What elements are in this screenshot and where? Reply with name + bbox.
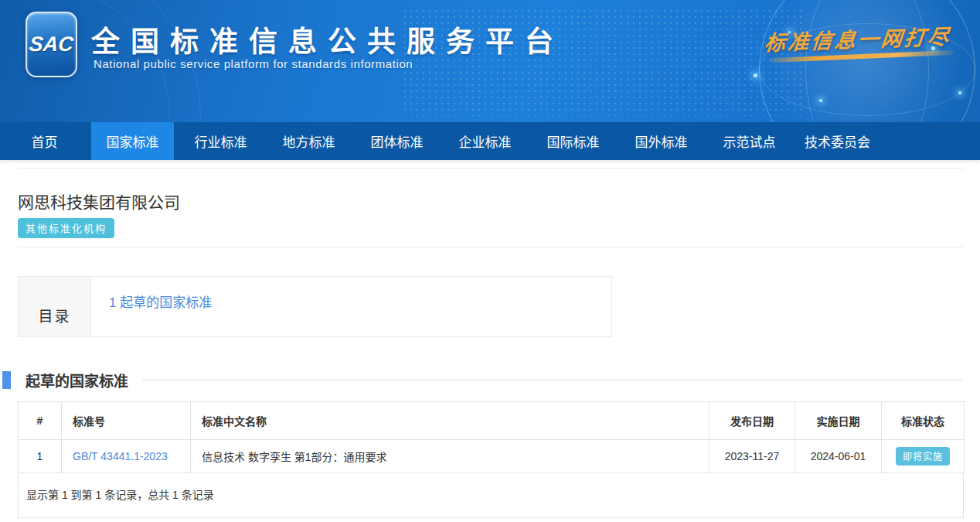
catalog-panel: 目录 1 起草的国家标准 (18, 276, 612, 337)
sac-logo[interactable]: SAC (26, 12, 77, 77)
catalog-link-drafted-standards[interactable]: 1 起草的国家标准 (109, 295, 212, 310)
organization-name: 网思科技集团有限公司 (18, 189, 964, 213)
nav-item-technical-committees[interactable]: 技术委员会 (796, 122, 879, 160)
site-header: SAC 全国标准信息公共服务平台 National public service… (0, 0, 980, 122)
nav-item-national-standards[interactable]: 国家标准 (91, 122, 174, 160)
sac-logo-text: SAC (28, 32, 74, 56)
nav-item-international-standards[interactable]: 国际标准 (532, 122, 614, 160)
glow-dot (754, 73, 757, 77)
nav-item-industry-standards[interactable]: 行业标准 (179, 122, 262, 160)
catalog-label: 目录 (38, 305, 70, 326)
main-content: 网思科技集团有限公司 其他标准化机构 目录 1 起草的国家标准 起草的国家标准 … (18, 168, 964, 518)
header-divider (18, 247, 964, 247)
section-header: 起草的国家标准 (18, 371, 964, 389)
standards-table: # 标准号 标准中文名称 发布日期 实施日期 标准状态 1 GB/T 43441… (18, 401, 965, 473)
row-standard-number: GB/T 43441.1-2023 (62, 440, 191, 473)
nav-item-local-standards[interactable]: 地方标准 (267, 122, 350, 160)
status-badge: 即将实施 (896, 447, 950, 466)
section-title: 起草的国家标准 (26, 370, 128, 391)
standard-number-link[interactable]: GB/T 43441.1-2023 (73, 450, 168, 462)
row-chinese-name: 信息技术 数字孪生 第1部分：通用要求 (191, 440, 709, 473)
col-header-implement-date: 实施日期 (795, 402, 882, 440)
col-header-chinese-name: 标准中文名称 (191, 402, 709, 440)
row-implement-date: 2024-06-01 (795, 440, 882, 473)
site-title: 全国标准信息公共服务平台 (91, 19, 564, 60)
table-row: 1 GB/T 43441.1-2023 信息技术 数字孪生 第1部分：通用要求 … (19, 440, 965, 473)
col-header-publish-date: 发布日期 (709, 402, 795, 440)
site-subtitle: National public service platform for sta… (94, 57, 413, 70)
section-accent-bar (2, 371, 11, 389)
organization-type-badge: 其他标准化机构 (18, 218, 114, 238)
nav-item-foreign-standards[interactable]: 国外标准 (620, 122, 703, 160)
row-publish-date: 2023-11-27 (709, 440, 795, 473)
col-header-status: 标准状态 (882, 402, 965, 440)
nav-item-enterprise-standards[interactable]: 企业标准 (444, 122, 526, 160)
top-hairline (18, 168, 964, 169)
nav-item-home[interactable]: 首页 (3, 122, 86, 160)
row-index: 1 (19, 440, 62, 473)
row-status: 即将实施 (882, 440, 965, 473)
col-header-standard-number: 标准号 (62, 402, 191, 440)
nav-item-pilot-programs[interactable]: 示范试点 (708, 122, 791, 160)
glow-dot (819, 99, 822, 102)
catalog-links: 1 起草的国家标准 (91, 277, 611, 336)
records-summary: 显示第 1 到第 1 条记录，总共 1 条记录 (18, 473, 964, 518)
standards-table-wrap: # 标准号 标准中文名称 发布日期 实施日期 标准状态 1 GB/T 43441… (18, 401, 964, 518)
glow-dot (958, 91, 961, 94)
section-rule-line (142, 380, 962, 380)
table-header-row: # 标准号 标准中文名称 发布日期 实施日期 标准状态 (19, 402, 965, 440)
nav-item-group-standards[interactable]: 团体标准 (356, 122, 438, 160)
catalog-label-cell: 目录 (19, 277, 91, 336)
main-nav: 首页 国家标准 行业标准 地方标准 团体标准 企业标准 国际标准 国外标准 示范… (0, 122, 980, 160)
col-header-index: # (19, 402, 62, 440)
